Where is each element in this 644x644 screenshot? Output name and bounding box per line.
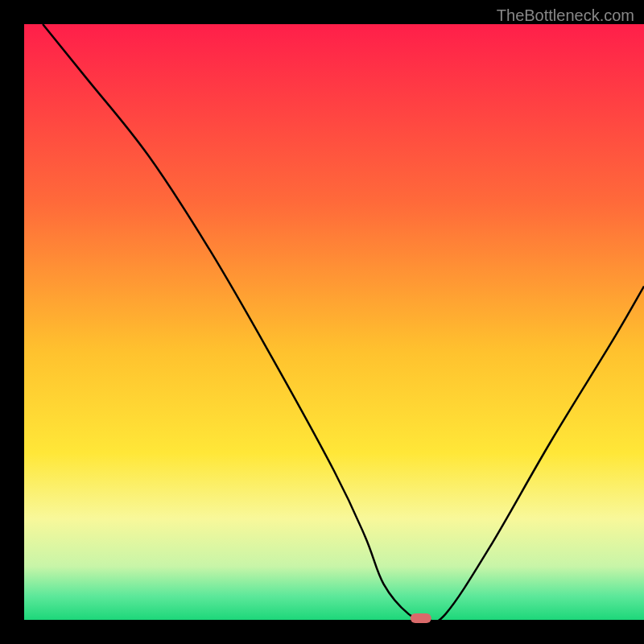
plot-background — [24, 24, 644, 620]
optimum-marker — [411, 613, 431, 623]
bottleneck-chart — [0, 0, 644, 644]
chart-svg — [0, 0, 644, 644]
watermark-text: TheBottleneck.com — [497, 6, 634, 25]
